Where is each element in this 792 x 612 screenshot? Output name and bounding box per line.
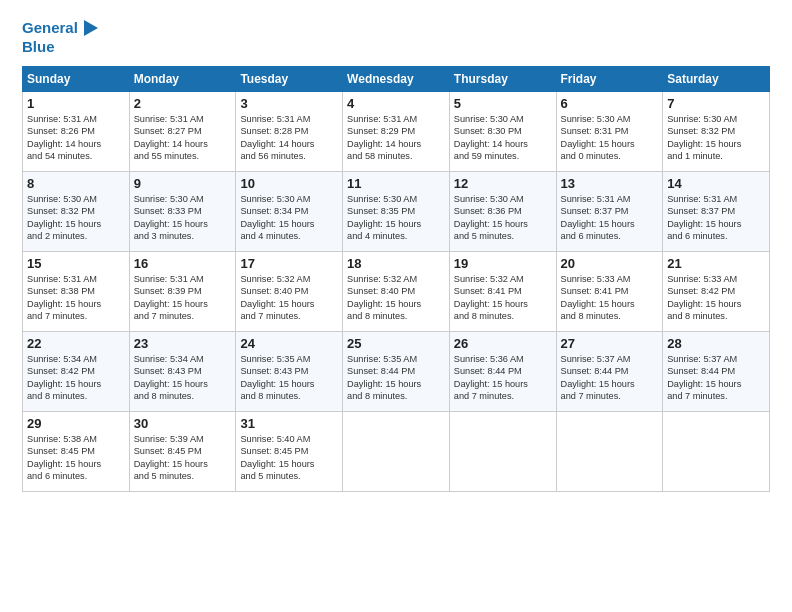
cell-text: Sunrise: 5:32 AMSunset: 8:41 PMDaylight:… [454,273,552,323]
calendar-body: 1Sunrise: 5:31 AMSunset: 8:26 PMDaylight… [23,92,770,492]
calendar-cell: 22Sunrise: 5:34 AMSunset: 8:42 PMDayligh… [23,332,130,412]
cell-text: Sunrise: 5:31 AMSunset: 8:37 PMDaylight:… [667,193,765,243]
cell-text: Sunrise: 5:32 AMSunset: 8:40 PMDaylight:… [240,273,338,323]
day-number: 17 [240,256,338,271]
calendar-cell: 26Sunrise: 5:36 AMSunset: 8:44 PMDayligh… [449,332,556,412]
day-number: 24 [240,336,338,351]
day-number: 12 [454,176,552,191]
cell-text: Sunrise: 5:31 AMSunset: 8:27 PMDaylight:… [134,113,232,163]
day-number: 16 [134,256,232,271]
day-number: 30 [134,416,232,431]
calendar-cell: 27Sunrise: 5:37 AMSunset: 8:44 PMDayligh… [556,332,663,412]
calendar-cell: 31Sunrise: 5:40 AMSunset: 8:45 PMDayligh… [236,412,343,492]
day-number: 9 [134,176,232,191]
calendar-cell: 28Sunrise: 5:37 AMSunset: 8:44 PMDayligh… [663,332,770,412]
day-number: 23 [134,336,232,351]
cell-text: Sunrise: 5:30 AMSunset: 8:33 PMDaylight:… [134,193,232,243]
calendar-cell: 12Sunrise: 5:30 AMSunset: 8:36 PMDayligh… [449,172,556,252]
day-number: 14 [667,176,765,191]
day-number: 7 [667,96,765,111]
calendar-cell: 13Sunrise: 5:31 AMSunset: 8:37 PMDayligh… [556,172,663,252]
day-number: 3 [240,96,338,111]
page: General Blue SundayMondayTuesdayWednesda… [0,0,792,612]
day-number: 29 [27,416,125,431]
calendar-cell: 4Sunrise: 5:31 AMSunset: 8:29 PMDaylight… [343,92,450,172]
calendar-cell: 25Sunrise: 5:35 AMSunset: 8:44 PMDayligh… [343,332,450,412]
weekday-header-cell: Friday [556,67,663,92]
calendar-cell: 2Sunrise: 5:31 AMSunset: 8:27 PMDaylight… [129,92,236,172]
calendar-cell: 6Sunrise: 5:30 AMSunset: 8:31 PMDaylight… [556,92,663,172]
calendar-cell: 8Sunrise: 5:30 AMSunset: 8:32 PMDaylight… [23,172,130,252]
day-number: 8 [27,176,125,191]
day-number: 19 [454,256,552,271]
day-number: 6 [561,96,659,111]
cell-text: Sunrise: 5:33 AMSunset: 8:42 PMDaylight:… [667,273,765,323]
weekday-header-cell: Tuesday [236,67,343,92]
day-number: 25 [347,336,445,351]
day-number: 28 [667,336,765,351]
cell-text: Sunrise: 5:39 AMSunset: 8:45 PMDaylight:… [134,433,232,483]
day-number: 5 [454,96,552,111]
calendar-cell: 19Sunrise: 5:32 AMSunset: 8:41 PMDayligh… [449,252,556,332]
cell-text: Sunrise: 5:32 AMSunset: 8:40 PMDaylight:… [347,273,445,323]
calendar-cell: 20Sunrise: 5:33 AMSunset: 8:41 PMDayligh… [556,252,663,332]
calendar-cell: 7Sunrise: 5:30 AMSunset: 8:32 PMDaylight… [663,92,770,172]
weekday-header-row: SundayMondayTuesdayWednesdayThursdayFrid… [23,67,770,92]
day-number: 20 [561,256,659,271]
day-number: 13 [561,176,659,191]
calendar-cell: 1Sunrise: 5:31 AMSunset: 8:26 PMDaylight… [23,92,130,172]
cell-text: Sunrise: 5:34 AMSunset: 8:43 PMDaylight:… [134,353,232,403]
cell-text: Sunrise: 5:35 AMSunset: 8:43 PMDaylight:… [240,353,338,403]
calendar-week-row: 15Sunrise: 5:31 AMSunset: 8:38 PMDayligh… [23,252,770,332]
cell-text: Sunrise: 5:36 AMSunset: 8:44 PMDaylight:… [454,353,552,403]
day-number: 11 [347,176,445,191]
calendar-cell: 17Sunrise: 5:32 AMSunset: 8:40 PMDayligh… [236,252,343,332]
cell-text: Sunrise: 5:31 AMSunset: 8:37 PMDaylight:… [561,193,659,243]
day-number: 27 [561,336,659,351]
cell-text: Sunrise: 5:30 AMSunset: 8:32 PMDaylight:… [667,113,765,163]
calendar-cell [556,412,663,492]
cell-text: Sunrise: 5:30 AMSunset: 8:36 PMDaylight:… [454,193,552,243]
cell-text: Sunrise: 5:30 AMSunset: 8:31 PMDaylight:… [561,113,659,163]
day-number: 31 [240,416,338,431]
calendar-cell: 3Sunrise: 5:31 AMSunset: 8:28 PMDaylight… [236,92,343,172]
cell-text: Sunrise: 5:37 AMSunset: 8:44 PMDaylight:… [667,353,765,403]
cell-text: Sunrise: 5:30 AMSunset: 8:30 PMDaylight:… [454,113,552,163]
cell-text: Sunrise: 5:40 AMSunset: 8:45 PMDaylight:… [240,433,338,483]
weekday-header-cell: Thursday [449,67,556,92]
weekday-header-cell: Sunday [23,67,130,92]
day-number: 22 [27,336,125,351]
calendar-week-row: 8Sunrise: 5:30 AMSunset: 8:32 PMDaylight… [23,172,770,252]
calendar-cell: 14Sunrise: 5:31 AMSunset: 8:37 PMDayligh… [663,172,770,252]
calendar-cell: 21Sunrise: 5:33 AMSunset: 8:42 PMDayligh… [663,252,770,332]
weekday-header-cell: Saturday [663,67,770,92]
calendar-cell: 30Sunrise: 5:39 AMSunset: 8:45 PMDayligh… [129,412,236,492]
day-number: 26 [454,336,552,351]
calendar-cell: 24Sunrise: 5:35 AMSunset: 8:43 PMDayligh… [236,332,343,412]
day-number: 15 [27,256,125,271]
day-number: 18 [347,256,445,271]
calendar-week-row: 29Sunrise: 5:38 AMSunset: 8:45 PMDayligh… [23,412,770,492]
cell-text: Sunrise: 5:31 AMSunset: 8:26 PMDaylight:… [27,113,125,163]
cell-text: Sunrise: 5:38 AMSunset: 8:45 PMDaylight:… [27,433,125,483]
logo-text-blue: Blue [22,38,100,56]
logo-text-general: General [22,19,78,37]
calendar-cell: 5Sunrise: 5:30 AMSunset: 8:30 PMDaylight… [449,92,556,172]
calendar-cell: 23Sunrise: 5:34 AMSunset: 8:43 PMDayligh… [129,332,236,412]
cell-text: Sunrise: 5:33 AMSunset: 8:41 PMDaylight:… [561,273,659,323]
cell-text: Sunrise: 5:31 AMSunset: 8:29 PMDaylight:… [347,113,445,163]
calendar-cell: 16Sunrise: 5:31 AMSunset: 8:39 PMDayligh… [129,252,236,332]
cell-text: Sunrise: 5:34 AMSunset: 8:42 PMDaylight:… [27,353,125,403]
calendar-cell: 10Sunrise: 5:30 AMSunset: 8:34 PMDayligh… [236,172,343,252]
calendar-cell [343,412,450,492]
weekday-header-cell: Monday [129,67,236,92]
calendar-week-row: 22Sunrise: 5:34 AMSunset: 8:42 PMDayligh… [23,332,770,412]
logo: General Blue [22,18,100,56]
day-number: 4 [347,96,445,111]
cell-text: Sunrise: 5:37 AMSunset: 8:44 PMDaylight:… [561,353,659,403]
logo-icon [78,18,100,38]
calendar-cell: 29Sunrise: 5:38 AMSunset: 8:45 PMDayligh… [23,412,130,492]
calendar-cell: 15Sunrise: 5:31 AMSunset: 8:38 PMDayligh… [23,252,130,332]
header-row: General Blue [22,18,770,56]
calendar-cell [663,412,770,492]
